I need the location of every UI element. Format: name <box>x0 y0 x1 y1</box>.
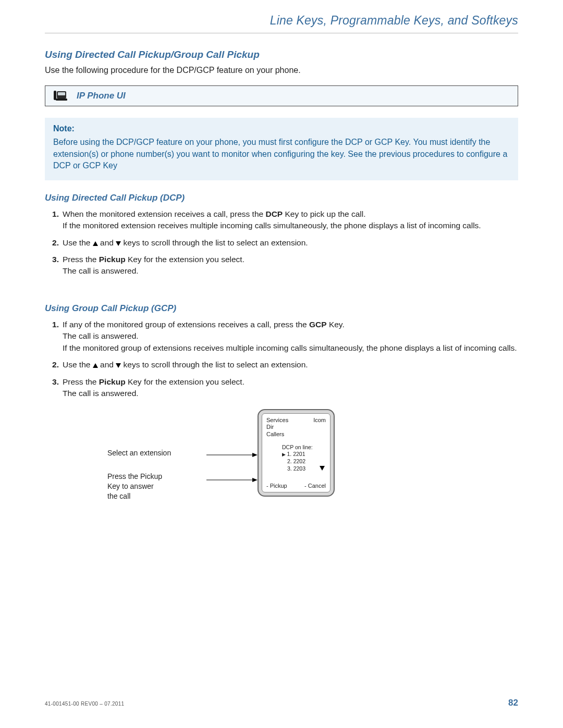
arrow-icon <box>206 477 258 483</box>
dcp-heading: Using Directed Call Pickup (DCP) <box>45 193 518 203</box>
note-body: Before using the DCP/GCP feature on your… <box>53 137 510 171</box>
screen-down-arrow-icon <box>320 465 325 471</box>
dcp-step-3: Press the Pickup Key for the extension y… <box>52 254 518 277</box>
header-divider <box>45 33 518 33</box>
svg-rect-3 <box>56 98 67 101</box>
up-arrow-icon <box>93 363 98 368</box>
dcp-steps: When the monitored extension receives a … <box>45 208 518 277</box>
page-header-title: Line Keys, Programmable Keys, and Softke… <box>45 14 518 28</box>
desk-phone-icon <box>53 90 68 102</box>
gcp-step-2: Use the and keys to scroll through the l… <box>52 359 518 371</box>
phone-device-illustration: Services Dir Callers Icom DCP on line: 1… <box>258 409 335 497</box>
screen-pickup-label: - Pickup <box>266 483 287 489</box>
gcp-step-3: Press the Pickup Key for the extension y… <box>52 376 518 400</box>
phone-screen-figure: Select an extension Press the Pickup Key… <box>45 409 518 501</box>
ip-phone-ui-label: IP Phone UI <box>77 91 126 101</box>
screen-extension-list: DCP on line: 1. 2201 2. 2202 3. 2203 <box>282 444 313 473</box>
page-footer: 41-001451-00 REV00 – 07.2011 82 <box>45 698 518 708</box>
gcp-heading: Using Group Call Pickup (GCP) <box>45 303 518 314</box>
gcp-steps: If any of the monitored group of extensi… <box>45 319 518 400</box>
screen-left-labels: Services Dir Callers <box>266 417 288 438</box>
ip-phone-ui-callout: IP Phone UI <box>45 85 518 106</box>
screen-right-top-label: Icom <box>313 417 326 423</box>
svg-marker-7 <box>252 478 258 482</box>
figure-label-press-pickup: Press the Pickup Key to answer the call <box>107 472 206 501</box>
screen-extension-selected: 1. 2201 <box>282 451 313 458</box>
svg-marker-5 <box>252 453 258 457</box>
svg-rect-2 <box>54 91 56 100</box>
note-heading: Note: <box>53 124 510 133</box>
footer-doc-id: 41-001451-00 REV00 – 07.2011 <box>45 701 124 707</box>
up-arrow-icon <box>93 241 98 246</box>
svg-rect-1 <box>58 92 65 95</box>
down-arrow-icon <box>116 241 121 246</box>
dcp-step-2: Use the and keys to scroll through the l… <box>52 237 518 249</box>
footer-page-number: 82 <box>508 698 518 708</box>
screen-cancel-label: - Cancel <box>304 483 326 489</box>
gcp-step-1: If any of the monitored group of extensi… <box>52 319 518 354</box>
dcp-step-1: When the monitored extension receives a … <box>52 208 518 232</box>
note-box: Note: Before using the DCP/GCP feature o… <box>45 118 518 180</box>
arrow-icon <box>206 452 258 458</box>
down-arrow-icon <box>116 363 121 368</box>
section-heading: Using Directed Call Pickup/Group Call Pi… <box>45 49 518 60</box>
figure-label-select-extension: Select an extension <box>107 449 206 457</box>
section-lead: Use the following procedure for the DCP/… <box>45 65 518 76</box>
